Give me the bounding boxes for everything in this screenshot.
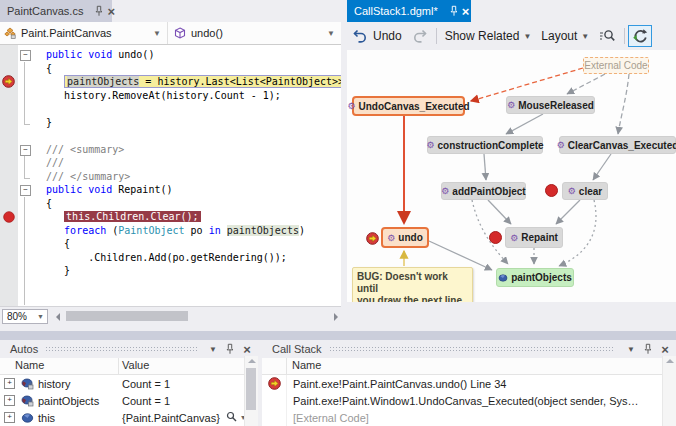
close-icon[interactable]: × <box>240 342 254 356</box>
zoom-level-dropdown[interactable]: 80% ▼ <box>2 309 48 324</box>
sync-icon <box>632 28 648 44</box>
graph-node-label: undo <box>398 232 422 243</box>
graph-node-paintobjects[interactable]: paintObjects <box>496 268 574 287</box>
graph-edges <box>347 50 676 302</box>
drag-grip[interactable] <box>46 347 197 351</box>
callstack-frame[interactable]: Paint.exe!Paint.Window1.UndoCanvas_Execu… <box>262 392 676 409</box>
outline-line <box>24 89 25 103</box>
hscroll-left-arrow[interactable] <box>56 313 60 321</box>
variable-value: Count = 1 <box>122 395 170 407</box>
callstack-scrollbar[interactable] <box>662 356 676 426</box>
horizontal-splitter[interactable] <box>0 331 676 340</box>
code-line[interactable]: { <box>0 197 341 211</box>
code-editor[interactable]: − public void undo() { paintObjects = hi… <box>0 45 341 306</box>
current-statement-icon[interactable] <box>2 75 15 88</box>
code-text: { <box>40 197 52 211</box>
graph-node-repaint[interactable]: ⚙Repaint <box>505 227 563 248</box>
callstack-frame[interactable]: Paint.exe!Paint.PaintCanvas.undo() Line … <box>262 375 676 392</box>
expander-icon[interactable]: + <box>4 378 15 389</box>
hscroll-right-arrow[interactable] <box>334 313 338 321</box>
window-menu-icon[interactable]: ▼ <box>624 342 638 356</box>
scroll-thumb[interactable] <box>246 368 256 410</box>
breakpoint-icon[interactable] <box>3 211 16 224</box>
code-line[interactable]: foreach (PaintObject po in paintObjects) <box>0 224 341 238</box>
code-line[interactable] <box>0 102 341 116</box>
show-related-dropdown[interactable]: Show Related ▼ <box>440 25 537 47</box>
undo-button[interactable]: Undo <box>347 25 407 47</box>
method-icon: ⚙ <box>557 140 565 150</box>
redo-button[interactable] <box>407 25 433 47</box>
fold-toggle-icon[interactable]: − <box>20 185 31 196</box>
callstack-frame[interactable]: [External Code] <box>262 409 676 426</box>
magnifier-icon[interactable] <box>226 411 237 424</box>
graph-node-external-code[interactable]: External Code <box>583 57 649 74</box>
close-icon[interactable]: × <box>107 5 115 18</box>
current-frame-icon <box>268 377 281 390</box>
expander-icon[interactable]: + <box>4 395 15 406</box>
code-line[interactable]: this.Children.Clear(); <box>0 210 341 224</box>
code-line[interactable] <box>0 129 341 143</box>
graph-node-addpaintobject[interactable]: ⚙addPaintObject <box>441 182 526 200</box>
outline-line <box>24 210 25 224</box>
code-segment: = history.Last<List<PaintObject>>(); <box>139 76 341 87</box>
code-line[interactable]: } <box>0 264 341 278</box>
pin-icon[interactable] <box>448 5 460 18</box>
hscroll-thumb[interactable] <box>66 311 188 321</box>
code-line[interactable]: paintObjects = history.Last<List<PaintOb… <box>0 75 341 89</box>
code-text: this.Children.Clear(); <box>40 210 201 224</box>
graph-node-clear[interactable]: ⚙clear <box>562 182 608 200</box>
autos-scrollbar[interactable] <box>244 356 258 426</box>
column-separator[interactable] <box>118 358 119 374</box>
graph-node-constructioncomplete[interactable]: ⚙constructionComplete <box>427 136 543 154</box>
drag-grip[interactable] <box>330 347 615 351</box>
code-line[interactable]: } <box>0 116 341 130</box>
pin-icon[interactable] <box>641 342 655 356</box>
close-icon[interactable]: × <box>462 5 470 18</box>
code-segment: PaintObject <box>118 225 184 236</box>
code-line[interactable]: history.RemoveAt(history.Count - 1); <box>0 89 341 103</box>
graph-node-undo[interactable]: ⚙undo <box>381 227 429 248</box>
pin-icon[interactable] <box>223 342 237 356</box>
code-line[interactable]: /// <box>0 156 341 170</box>
code-line[interactable] <box>0 291 341 305</box>
current-statement-icon <box>366 231 379 244</box>
code-line[interactable]: { <box>0 62 341 76</box>
graph-node-label: Repaint <box>521 232 558 243</box>
code-line[interactable]: { <box>0 237 341 251</box>
code-line[interactable]: − /// <summary> <box>0 143 341 157</box>
fold-toggle-icon[interactable]: − <box>20 145 31 156</box>
graph-node-clearcanvas-executed[interactable]: ⚙ClearCanvas_Executed <box>559 136 676 154</box>
dgml-graph-canvas[interactable]: External Code⚙UndoCanvas_Executed⚙MouseR… <box>347 50 676 302</box>
window-menu-icon[interactable]: ▼ <box>206 342 220 356</box>
field-icon <box>498 273 508 283</box>
expander-icon[interactable]: + <box>4 412 15 423</box>
scroll-up-arrow[interactable] <box>666 359 674 363</box>
code-line[interactable] <box>0 278 341 292</box>
close-icon[interactable]: × <box>658 342 672 356</box>
pin-icon[interactable] <box>93 5 105 18</box>
code-line[interactable]: − public void Repaint() <box>0 183 341 197</box>
code-line[interactable]: − public void undo() <box>0 48 341 62</box>
method-icon: ⚙ <box>347 101 355 111</box>
code-line[interactable]: .Children.Add(po.getRendering()); <box>0 251 341 265</box>
graph-node-mousereleased[interactable]: ⚙MouseReleased <box>506 96 595 114</box>
type-dropdown[interactable]: Paint.PaintCanvas ▼ <box>0 22 168 44</box>
bug-note[interactable]: BUG: Doesn't work untilyou draw the next… <box>352 267 473 306</box>
frame-gutter <box>262 392 287 409</box>
autos-row[interactable]: +paintObjectsCount = 1 <box>0 392 258 409</box>
code-line[interactable]: /// </summary> <box>0 170 341 184</box>
layout-dropdown[interactable]: Layout ▼ <box>536 25 594 47</box>
tab-callstack-dgml[interactable]: CallStack1.dgml* × <box>347 0 471 22</box>
sync-graph-button[interactable] <box>628 25 652 47</box>
autos-row[interactable]: +this{Paint.PaintCanvas}▼ <box>0 409 258 426</box>
code-segment: { <box>64 238 70 249</box>
autos-row[interactable]: +historyCount = 1 <box>0 375 258 392</box>
zoom-tool-button[interactable] <box>594 25 621 47</box>
zoom-level-value: 80% <box>7 311 27 322</box>
member-dropdown[interactable]: undo() ▼ <box>168 22 341 44</box>
fold-toggle-icon[interactable]: − <box>20 50 31 61</box>
scroll-up-arrow[interactable] <box>248 359 256 363</box>
graph-node-label: clear <box>579 186 602 197</box>
tab-paintcanvas[interactable]: PaintCanvas.cs × <box>0 0 112 22</box>
graph-node-undocanvas-executed[interactable]: ⚙UndoCanvas_Executed <box>352 96 465 116</box>
